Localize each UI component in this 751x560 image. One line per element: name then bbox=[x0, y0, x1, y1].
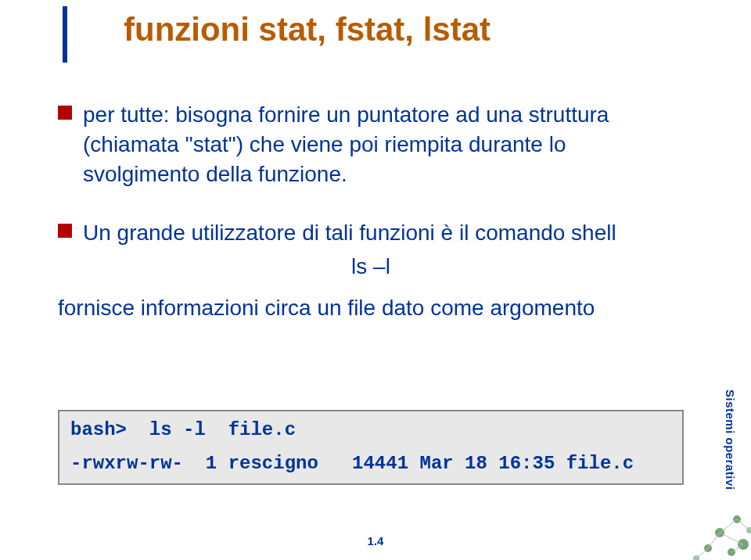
slide-title: funzioni stat, fstat, lstat bbox=[124, 11, 490, 48]
svg-point-1 bbox=[733, 515, 741, 523]
bullet-square-icon bbox=[58, 106, 72, 120]
bullet-item-1: per tutte: bisogna fornire un puntatore … bbox=[58, 100, 684, 188]
svg-point-4 bbox=[728, 548, 735, 556]
bullet-square-icon bbox=[58, 224, 72, 238]
code-block: bash> ls -l file.c -rwxrw-rw- 1 rescigno… bbox=[58, 410, 684, 485]
bullet-text-1: per tutte: bisogna fornire un puntatore … bbox=[83, 100, 684, 188]
bullet-text-2: Un grande utilizzatore di tali funzioni … bbox=[83, 218, 616, 248]
slide: funzioni stat, fstat, lstat per tutte: b… bbox=[0, 0, 751, 560]
title-accent-bar bbox=[63, 6, 67, 63]
page-number: 1.4 bbox=[0, 534, 751, 547]
command-center: ls –l bbox=[58, 254, 684, 279]
code-line-2: -rwxrw-rw- 1 rescigno 14441 Mar 18 16:35… bbox=[70, 453, 671, 474]
tail-text: fornisce informazioni circa un file dato… bbox=[58, 293, 684, 323]
svg-point-5 bbox=[693, 555, 699, 560]
bullet-item-2: Un grande utilizzatore di tali funzioni … bbox=[58, 218, 684, 248]
side-label: Sistemi operativi bbox=[724, 389, 737, 490]
svg-line-12 bbox=[737, 519, 749, 530]
svg-line-11 bbox=[696, 548, 708, 558]
svg-line-7 bbox=[720, 519, 737, 533]
svg-point-6 bbox=[746, 527, 751, 533]
content-area: per tutte: bisogna fornire un puntatore … bbox=[58, 100, 684, 323]
code-line-1: bash> ls -l file.c bbox=[70, 419, 671, 440]
